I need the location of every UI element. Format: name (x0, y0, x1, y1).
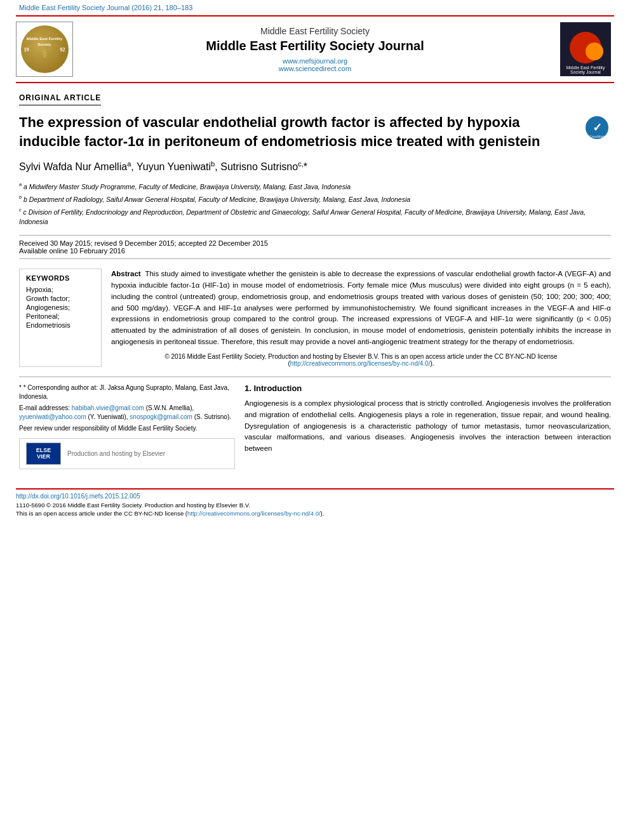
doi-link[interactable]: http://dx.doi.org/10.1016/j.mefs.2015.12… (16, 493, 614, 500)
email-2[interactable]: yyueniwati@yahoo.com (19, 413, 86, 420)
received-date: Received 30 May 2015; revised 9 December… (19, 239, 611, 247)
affiliations: a a Midwifery Master Study Programme, Fa… (19, 181, 611, 228)
article-type-label: ORIGINAL ARTICLE (19, 93, 101, 105)
elsevier-logo: ELSEVIER (26, 443, 61, 465)
main-content: ORIGINAL ARTICLE The expression of vascu… (0, 83, 630, 479)
svg-text:✓: ✓ (592, 121, 601, 134)
journal-name: Middle East Fertility Society Journal (206, 39, 424, 53)
citation-text: Middle East Fertility Society Journal (2… (19, 4, 192, 11)
section-divider (19, 377, 611, 377)
footnote-peer-review: Peer review under responsibility of Midd… (19, 424, 235, 433)
email-1[interactable]: habibah.vivie@gmail.com (72, 404, 144, 411)
footer-copyright: 1110-5690 © 2016 Middle East Fertility S… (16, 502, 614, 509)
society-name: Middle East Fertility Society (260, 26, 370, 36)
email-label: E-mail addresses: (19, 404, 70, 411)
keyword-3: Angiogenesis; (26, 303, 95, 311)
abstract-label: Abstract (111, 270, 141, 277)
affiliation-b: b b Department of Radiology, Saiful Anwa… (19, 194, 611, 204)
crossmark-badge[interactable]: ✓ CrossMark (582, 113, 611, 142)
header-center: Middle East Fertility Society Middle Eas… (73, 22, 557, 77)
society-logo-circle: 19 Middle East Fertility Society ⚕ 92 (21, 25, 69, 73)
orange-circle (586, 43, 603, 60)
abstract-text: Abstract This study aimed to investigate… (111, 269, 611, 348)
journal-header: 19 Middle East Fertility Society ⚕ 92 Mi… (16, 15, 614, 83)
affiliation-c: c c Division of Fertility, Endocrinology… (19, 206, 611, 227)
keyword-2: Growth factor; (26, 295, 95, 302)
dates-section: Received 30 May 2015; revised 9 December… (19, 235, 611, 259)
introduction-column: 1. Introduction Angiogenesis is a comple… (245, 383, 611, 469)
available-date: Available online 10 February 2016 (19, 247, 611, 255)
elsevier-production-text: Production and hosting by Elsevier (67, 450, 165, 457)
logo-year-right: 92 (60, 46, 65, 52)
authors-line: Sylvi Wafda Nur Amelliaa, Yuyun Yueniwat… (19, 160, 611, 173)
cc-link[interactable]: http://creativecommons.org/licenses/by-n… (290, 360, 431, 367)
introduction-text: Angiogenesis is a complex physiological … (245, 398, 611, 455)
svg-text:CrossMark: CrossMark (589, 135, 605, 138)
url2[interactable]: www.sciencedirect.com (279, 65, 351, 72)
copyright-text: © 2016 Middle East Fertility Society. Pr… (111, 353, 611, 367)
elsevier-box: ELSEVIER Production and hosting by Elsev… (19, 438, 235, 469)
page: Middle East Fertility Society Journal (2… (0, 0, 630, 840)
logo-year-left: 19 (24, 46, 29, 52)
logo-left: 19 Middle East Fertility Society ⚕ 92 (16, 22, 73, 77)
abstract-body: This study aimed to investigate whether … (111, 270, 611, 345)
logo-decoration (560, 29, 611, 63)
journal-urls: www.mefsjournal.org www.sciencedirect.co… (279, 57, 351, 72)
keywords-column: KEYWORDS Hypoxia; Growth factor; Angioge… (19, 269, 102, 367)
article-title: The expression of vascular endothelial g… (19, 113, 582, 150)
top-bar: Middle East Fertility Society Journal (2… (0, 0, 630, 15)
bottom-section: * * Corresponding author at: Jl. Jaksa A… (19, 383, 611, 469)
keyword-4: Peritoneal; (26, 312, 95, 320)
abstract-column: Abstract This study aimed to investigate… (111, 269, 611, 367)
footer-open-access: This is an open access article under the… (16, 510, 614, 517)
keyword-1: Hypoxia; (26, 286, 95, 293)
right-logo-text: Middle East FertilitySociety Journal (564, 63, 607, 76)
affiliation-a: a a Midwifery Master Study Programme, Fa… (19, 181, 611, 192)
keyword-5: Endometriosis (26, 321, 95, 329)
journal-cover-logo: Middle East FertilitySociety Journal (560, 22, 611, 76)
introduction-title: 1. Introduction (245, 383, 611, 393)
keywords-title: KEYWORDS (26, 274, 95, 282)
email-3[interactable]: snospogk@gmail.com (130, 413, 192, 420)
keywords-abstract-section: KEYWORDS Hypoxia; Growth factor; Angioge… (19, 269, 611, 367)
article-title-section: The expression of vascular endothelial g… (19, 113, 611, 150)
footer-cc-link[interactable]: http://creativecommons.org/licenses/by-n… (187, 510, 321, 517)
page-footer: http://dx.doi.org/10.1016/j.mefs.2015.12… (16, 488, 614, 517)
footnote-column: * * Corresponding author at: Jl. Jaksa A… (19, 383, 235, 469)
footnote-emails: E-mail addresses: habibah.vivie@gmail.co… (19, 404, 235, 422)
logo-right: Middle East FertilitySociety Journal (557, 22, 614, 77)
footnote-corresponding: * * Corresponding author at: Jl. Jaksa A… (19, 383, 235, 401)
url1[interactable]: www.mefsjournal.org (279, 57, 351, 65)
crossmark-icon: ✓ CrossMark (584, 115, 610, 140)
